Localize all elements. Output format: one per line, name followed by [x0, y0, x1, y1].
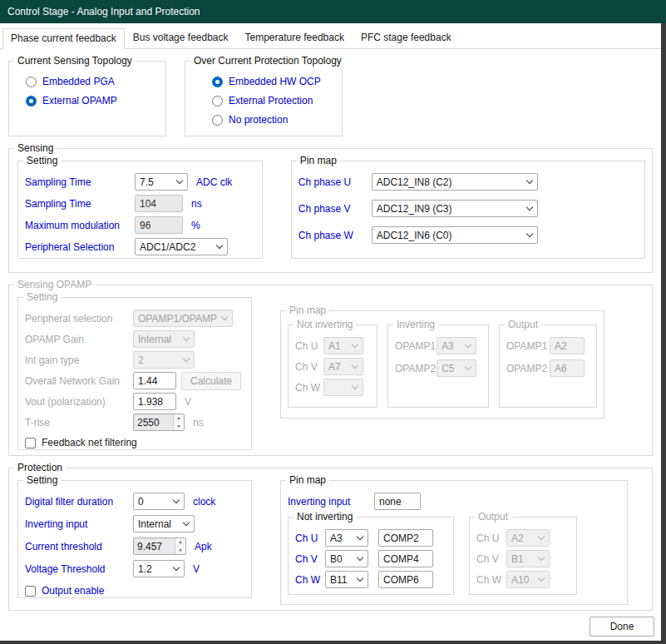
radio-embedded-hw-ocp[interactable]: Embedded HW OCP — [212, 73, 335, 90]
ch-w-comp-field: COMP6 — [378, 571, 433, 588]
chevron-down-icon — [221, 315, 229, 322]
max-modulation-label: Maximum modulation — [25, 220, 135, 231]
radio-label: Embedded PGA — [42, 76, 115, 87]
chevron-down-icon — [173, 565, 180, 572]
ch-v-select[interactable]: B0 — [325, 550, 368, 567]
radio-selected-icon[interactable] — [212, 77, 223, 87]
title-bar: Control Stage - Analog Input and Protect… — [0, 0, 666, 23]
group-protection-pin-map: Pin map Inverting input none Not inverti… — [280, 480, 628, 605]
current-threshold-spinner[interactable]: 9.457 ▲▼ — [133, 537, 186, 555]
ch-u-label: Ch U — [295, 340, 323, 352]
ch-phase-u-select[interactable]: ADC12_IN8 (C2) — [372, 173, 538, 191]
radio-embedded-pga[interactable]: Embedded PGA — [26, 73, 159, 90]
sampling-time-ns-unit: ns — [191, 198, 202, 210]
group-title: Output — [475, 511, 511, 523]
group-title: Setting — [23, 474, 61, 486]
current-threshold-unit: Apk — [195, 541, 212, 552]
trise-label: T-rise — [25, 417, 133, 429]
spinner-buttons[interactable]: ▲▼ — [175, 538, 185, 554]
group-title: Protection — [14, 462, 66, 473]
radio-label: Embedded HW OCP — [229, 76, 321, 87]
radio-icon[interactable] — [212, 96, 223, 107]
done-button[interactable]: Done — [590, 617, 654, 637]
network-gain-field[interactable]: 1.44 — [133, 372, 176, 389]
ch-w-select[interactable]: B11 — [325, 571, 368, 588]
radio-icon[interactable] — [212, 115, 223, 126]
tab-pfc-stage-feedback[interactable]: PFC stage feedback — [353, 27, 460, 48]
chevron-down-icon — [173, 498, 180, 505]
chevron-down-icon — [526, 205, 534, 212]
voltage-threshold-label: Voltage Threshold — [25, 563, 133, 575]
ch-w-label: Ch W — [476, 574, 506, 586]
digital-filter-duration-select[interactable]: 0 — [133, 493, 185, 510]
chevron-down-icon — [183, 520, 190, 528]
sampling-time-label: Sampling Time — [25, 176, 135, 188]
feedback-net-filtering-checkbox[interactable]: Feedback net filtering — [25, 434, 244, 451]
ch-phase-w-select[interactable]: ADC12_IN6 (C0) — [372, 226, 538, 244]
ch-v-label: Ch V — [476, 553, 506, 565]
sampling-time-select[interactable]: 7.5 — [135, 173, 188, 191]
group-title: Inverting — [393, 319, 438, 330]
checkbox-icon[interactable] — [25, 438, 36, 448]
radio-icon[interactable] — [26, 77, 37, 87]
radio-no-protection[interactable]: No protection — [212, 111, 335, 128]
tab-temperature-feedback[interactable]: Temperature feedback — [237, 27, 353, 48]
tab-bar: Phase current feedback Bus voltage feedb… — [0, 23, 661, 49]
group-protection-not-inverting: Not inverting Ch U A3 COMP2 — [288, 517, 454, 595]
radio-selected-icon[interactable] — [26, 96, 37, 107]
ch-u-select[interactable]: A3 — [325, 529, 368, 547]
ch-phase-v-label: Ch phase V — [298, 203, 372, 215]
chevron-down-icon — [352, 342, 359, 349]
ch-v-comp-field: COMP4 — [378, 550, 433, 567]
voltage-threshold-unit: V — [193, 563, 200, 575]
group-sensing-pin-map: Pin map Ch phase U ADC12_IN8 (C2) Ch pha… — [291, 161, 645, 259]
ch-w-label: Ch W — [295, 382, 323, 394]
tab-phase-current-feedback[interactable]: Phase current feedback — [2, 28, 125, 49]
opamp2-output-field: A6 — [550, 359, 585, 377]
opamp1-inverting-select: A3 — [437, 337, 476, 354]
peripheral-selection-select[interactable]: ADC1/ADC2 — [135, 238, 228, 255]
opamp2-label: OPAMP2 — [395, 363, 437, 374]
checkbox-icon[interactable] — [25, 586, 36, 597]
spin-down-icon: ▼ — [175, 547, 185, 555]
group-over-current-protection-topology: Over Current Protection Topology Embedde… — [185, 61, 343, 136]
opamp1-output-field: A2 — [550, 337, 585, 354]
radio-external-protection[interactable]: External Protection — [212, 92, 335, 109]
radio-external-opamp[interactable]: External OPAMP — [26, 92, 159, 109]
chevron-down-icon — [526, 178, 534, 186]
dialog-content: Current Sensing Topology Embedded PGA Ex… — [0, 49, 661, 611]
vout-label: Vout (polarization) — [25, 396, 133, 408]
sampling-time-ns-field: 104 — [135, 195, 183, 212]
group-title: Output — [505, 319, 541, 330]
tab-bus-voltage-feedback[interactable]: Bus voltage feedback — [125, 27, 237, 48]
chevron-down-icon — [357, 576, 364, 583]
group-title: Not inverting — [294, 511, 356, 523]
dialog-window: Control Stage - Analog Input and Protect… — [0, 0, 661, 641]
pinmap-inverting-input-label: Inverting input — [288, 496, 374, 508]
voltage-threshold-select[interactable]: 1.2 — [133, 560, 185, 577]
chevron-down-icon — [216, 243, 224, 250]
ch-v-label: Ch V — [295, 361, 323, 373]
sampling-time-unit: ADC clk — [196, 176, 232, 188]
chevron-down-icon — [465, 342, 472, 349]
chevron-down-icon — [538, 576, 545, 583]
ch-v-label: Ch V — [295, 553, 325, 565]
group-title: Over Current Protection Topology — [190, 55, 345, 67]
trise-spinner[interactable]: 2550 ▲▼ — [133, 414, 185, 431]
vout-field[interactable]: 1.938 — [133, 393, 176, 410]
ch-u-comp-field: COMP2 — [378, 529, 433, 547]
checkbox-label: Output enable — [42, 585, 104, 597]
group-protection: Protection Setting Digital filter durati… — [8, 468, 653, 611]
spinner-buttons[interactable]: ▲▼ — [173, 414, 184, 430]
group-sensing-opamp-setting: Setting Peripheral selection OPAMP1/OPAM… — [17, 297, 252, 450]
ch-u-label: Ch U — [476, 533, 506, 544]
inverting-input-select[interactable]: Internal — [133, 515, 195, 533]
ch-phase-v-select[interactable]: ADC12_IN9 (C3) — [372, 200, 538, 217]
group-title: Pin map — [297, 155, 340, 166]
chevron-down-icon — [183, 356, 190, 364]
ch-w-select — [323, 379, 363, 396]
group-title: Setting — [23, 155, 61, 166]
inverting-input-label: Inverting input — [25, 518, 133, 530]
output-enable-checkbox[interactable]: Output enable — [25, 582, 244, 599]
group-title: Sensing OPAMP — [14, 279, 95, 290]
